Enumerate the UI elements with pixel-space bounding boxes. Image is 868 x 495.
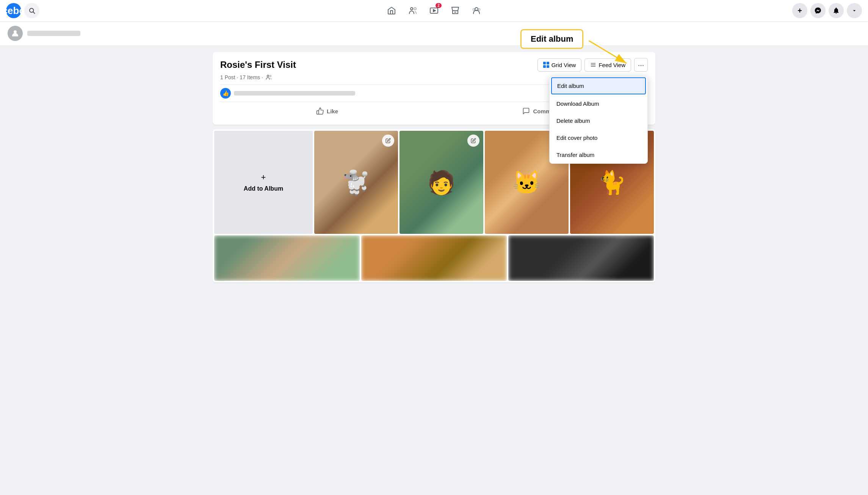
photo-cell-2[interactable]: 🧑: [400, 131, 483, 234]
svg-line-1: [33, 12, 34, 13]
feed-view-label: Feed View: [599, 62, 625, 68]
grid-icon: [543, 62, 549, 68]
friends-icon: [265, 74, 272, 81]
svg-point-2: [410, 8, 413, 10]
dropdown-menu: Edit album Download Album Delete album E…: [549, 76, 648, 164]
nav-marketplace-button[interactable]: [446, 2, 464, 20]
notifications-button[interactable]: [829, 3, 844, 18]
user-name: [27, 31, 80, 36]
nav-right: +: [748, 3, 862, 18]
account-button[interactable]: [847, 3, 862, 18]
add-to-album-button[interactable]: + Add to Album: [214, 131, 313, 234]
transfer-album-label: Transfer album: [556, 152, 594, 158]
svg-point-7: [473, 9, 475, 11]
dropdown-edit-cover[interactable]: Edit cover photo: [550, 129, 647, 146]
watch-badge: 2: [436, 3, 442, 8]
edit-album-label: Edit album: [557, 83, 584, 89]
download-album-label: Download Album: [556, 100, 599, 107]
blurred-photo-1: [214, 235, 360, 281]
edit-photo-2-button[interactable]: [467, 135, 479, 147]
navbar: Facebook: [0, 0, 868, 21]
grid-view-label: Grid View: [552, 62, 576, 68]
blurred-photo-2: [361, 235, 507, 281]
svg-point-16: [269, 75, 271, 77]
delete-album-label: Delete album: [556, 117, 590, 124]
album-title-row: Rosie's First Visit Grid View: [220, 58, 648, 72]
ellipsis-icon: ···: [638, 61, 644, 69]
grid-view-button[interactable]: Grid View: [537, 58, 582, 72]
bottom-photo-2[interactable]: [361, 235, 507, 281]
plus-icon: +: [797, 6, 802, 15]
feed-icon: [590, 62, 596, 68]
blurred-photo-3: [508, 235, 654, 281]
create-button[interactable]: +: [792, 3, 807, 18]
main-content: Rosie's First Visit Grid View: [207, 46, 661, 288]
album-bottom-row: [213, 235, 655, 282]
edit-cover-label: Edit cover photo: [556, 135, 597, 141]
nav-groups-button[interactable]: [467, 2, 486, 20]
album-title: Rosie's First Visit: [220, 60, 296, 70]
like-icon: 👍: [220, 88, 231, 99]
svg-point-8: [478, 9, 480, 11]
feed-view-button[interactable]: Feed View: [584, 58, 631, 72]
facebook-logo[interactable]: Facebook: [6, 3, 21, 18]
add-to-album-label: Add to Album: [244, 185, 283, 192]
album-post-items: 1 Post · 17 Items ·: [220, 74, 263, 80]
more-options-button[interactable]: ···: [634, 58, 648, 72]
dropdown-edit-album[interactable]: Edit album: [551, 77, 646, 94]
photo-cell-1[interactable]: 🐩: [314, 131, 398, 234]
album-header-card: Rosie's First Visit Grid View: [213, 52, 655, 125]
photo-person: 🧑: [400, 131, 483, 234]
album-controls: Grid View Feed View ···: [537, 58, 648, 72]
bottom-photo-3[interactable]: [508, 235, 654, 281]
nav-friends-button[interactable]: [404, 2, 422, 20]
dropdown-transfer-album[interactable]: Transfer album: [550, 146, 647, 163]
add-plus-icon: +: [261, 172, 266, 182]
reaction-text: [234, 91, 355, 96]
nav-left: Facebook: [6, 3, 120, 18]
user-bar: [0, 21, 868, 46]
nav-home-button[interactable]: [382, 2, 401, 20]
like-label: Like: [327, 108, 338, 114]
nav-watch-button[interactable]: 2: [425, 2, 443, 20]
thumbsup-icon: [316, 107, 324, 115]
comment-icon: [522, 107, 530, 115]
svg-point-3: [414, 8, 416, 10]
user-avatar: [8, 26, 23, 41]
pencil-icon-2: [471, 138, 476, 143]
svg-marker-5: [433, 9, 436, 12]
edit-photo-1-button[interactable]: [382, 135, 394, 147]
svg-point-9: [14, 30, 17, 33]
svg-point-15: [267, 75, 269, 77]
more-button-wrapper: ··· Edit album: [634, 58, 648, 72]
photo-dog: 🐩: [314, 131, 398, 234]
like-button[interactable]: Like: [220, 103, 434, 119]
search-button[interactable]: [24, 3, 39, 18]
bottom-photo-1[interactable]: [214, 235, 360, 281]
pencil-icon: [385, 138, 391, 143]
nav-center: 2: [120, 2, 748, 20]
messenger-button[interactable]: [810, 3, 826, 18]
dropdown-delete-album[interactable]: Delete album: [550, 112, 647, 129]
dropdown-download-album[interactable]: Download Album: [550, 95, 647, 112]
